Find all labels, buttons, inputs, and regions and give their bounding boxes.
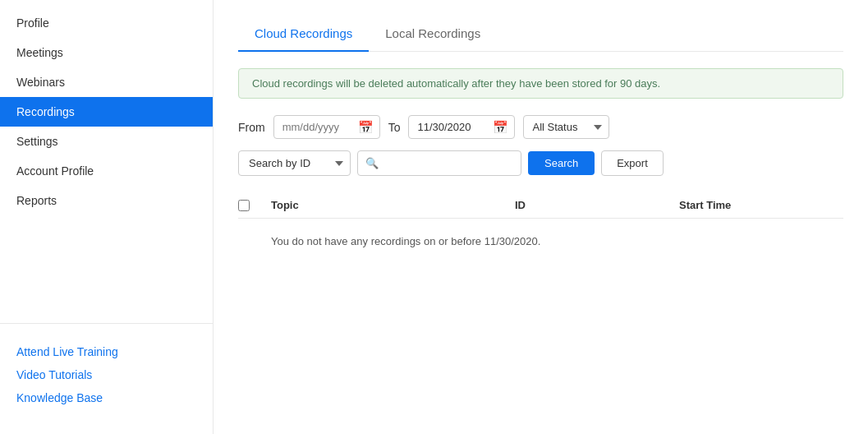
filter-row: From 📅 To 📅 All StatusCompletedProcessin…	[238, 115, 843, 139]
sidebar-item-profile[interactable]: Profile	[0, 8, 213, 38]
from-date-wrap: 📅	[273, 115, 380, 139]
search-icon: 🔍	[365, 157, 379, 169]
status-select[interactable]: All StatusCompletedProcessing	[523, 115, 609, 139]
sidebar-item-account-profile[interactable]: Account Profile	[0, 156, 213, 186]
header-topic: Topic	[271, 199, 515, 211]
header-id: ID	[515, 199, 679, 211]
sidebar-item-meetings[interactable]: Meetings	[0, 38, 213, 67]
header-start-time: Start Time	[679, 199, 843, 211]
sidebar-item-webinars[interactable]: Webinars	[0, 67, 213, 97]
tab-local-recordings[interactable]: Local Recordings	[369, 16, 497, 52]
search-row: Search by IDSearch by Topic 🔍 Search Exp…	[238, 150, 843, 176]
sidebar-item-settings[interactable]: Settings	[0, 127, 213, 156]
main-content: Cloud RecordingsLocal Recordings Cloud r…	[214, 0, 868, 434]
to-date-input[interactable]	[408, 115, 515, 139]
table-header: Topic ID Start Time	[238, 192, 843, 219]
search-by-wrap: Search by IDSearch by Topic	[238, 150, 351, 176]
notice-banner: Cloud recordings will be deleted automat…	[238, 68, 843, 99]
sidebar-bottom-links: Attend Live TrainingVideo TutorialsKnowl…	[0, 323, 213, 426]
search-input-wrap: 🔍	[357, 150, 521, 176]
header-checkbox-col	[238, 200, 271, 211]
to-label: To	[388, 121, 401, 134]
to-date-wrap: 📅	[408, 115, 515, 139]
notice-text: Cloud recordings will be deleted automat…	[252, 77, 660, 90]
sidebar-item-recordings[interactable]: Recordings	[0, 97, 213, 127]
export-button[interactable]: Export	[601, 150, 664, 176]
sidebar-link-video-tutorials[interactable]: Video Tutorials	[16, 363, 196, 386]
sidebar: ProfileMeetingsWebinarsRecordingsSetting…	[0, 0, 214, 434]
search-input[interactable]	[357, 150, 521, 176]
select-all-checkbox[interactable]	[238, 200, 250, 211]
from-date-input[interactable]	[273, 115, 380, 139]
sidebar-link-attend-live-training[interactable]: Attend Live Training	[16, 340, 196, 363]
search-button[interactable]: Search	[528, 151, 595, 175]
tabs-container: Cloud RecordingsLocal Recordings	[238, 16, 843, 52]
sidebar-item-reports[interactable]: Reports	[0, 186, 213, 215]
table-empty-message: You do not have any recordings on or bef…	[238, 219, 843, 247]
sidebar-link-knowledge-base[interactable]: Knowledge Base	[16, 386, 196, 409]
from-label: From	[238, 121, 265, 134]
search-by-select[interactable]: Search by IDSearch by Topic	[238, 150, 351, 176]
sidebar-nav: ProfileMeetingsWebinarsRecordingsSetting…	[0, 8, 213, 307]
tab-cloud-recordings[interactable]: Cloud Recordings	[238, 16, 369, 52]
